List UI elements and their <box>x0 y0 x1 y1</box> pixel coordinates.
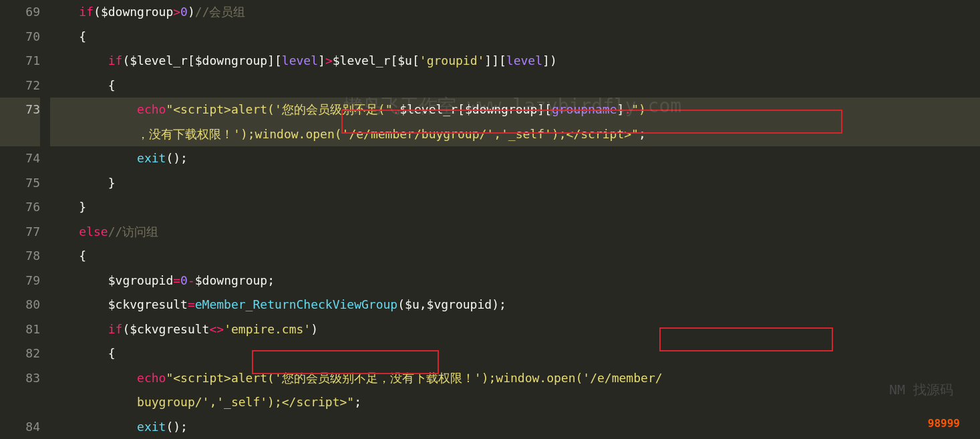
line-number-wrap <box>0 390 40 415</box>
code-line[interactable]: exit(); <box>50 415 980 440</box>
line-number: 76 <box>0 195 40 220</box>
line-number: 74 <box>0 146 40 171</box>
line-number: 78 <box>0 244 40 269</box>
line-number: 77 <box>0 220 40 245</box>
code-line[interactable]: $vgroupid=0-$downgroup; <box>50 269 980 293</box>
code-line[interactable]: if($downgroup>0)//会员组 <box>50 0 980 25</box>
line-number: 70 <box>0 25 40 49</box>
line-number: 79 <box>0 269 40 293</box>
code-line[interactable]: echo"<script>alert('您的会员级别不足，没有下载权限！');w… <box>50 366 980 391</box>
code-line[interactable]: echo"<script>alert('您的会员级别不足(".$level_r[… <box>50 98 980 122</box>
line-number: 75 <box>0 171 40 196</box>
code-line[interactable]: if($ckvgresult<>'empire.cms') <box>50 317 980 342</box>
line-number: 72 <box>0 74 40 98</box>
code-line[interactable]: else//访问组 <box>50 220 980 245</box>
code-line[interactable]: } <box>50 195 980 220</box>
line-number: 80 <box>0 293 40 317</box>
code-line[interactable]: if($level_r[$downgroup][level]>$level_r[… <box>50 49 980 74</box>
code-line[interactable]: exit(); <box>50 146 980 171</box>
line-number: 84 <box>0 415 40 440</box>
line-number: 71 <box>0 49 40 74</box>
line-number: 82 <box>0 341 40 366</box>
code-line[interactable]: { <box>50 341 980 366</box>
code-line[interactable]: { <box>50 25 980 49</box>
code-line[interactable]: $ckvgresult=eMember_ReturnCheckViewGroup… <box>50 293 980 317</box>
line-number: 73 <box>0 98 40 122</box>
code-line[interactable]: } <box>50 171 980 196</box>
line-number-wrap <box>0 122 40 147</box>
line-number-gutter: 69 70 71 72 73 74 75 76 77 78 79 80 81 8… <box>0 0 50 439</box>
line-number: 69 <box>0 0 40 25</box>
code-line[interactable]: { <box>50 74 980 98</box>
code-line[interactable]: { <box>50 244 980 269</box>
code-line-wrap[interactable]: ，没有下载权限！');window.open('/e/member/buygro… <box>50 122 980 147</box>
code-line-wrap[interactable]: buygroup/','_self');</script>"; <box>50 390 980 415</box>
line-number: 81 <box>0 317 40 342</box>
code-editor[interactable]: if($downgroup>0)//会员组 { if($level_r[$dow… <box>50 0 980 439</box>
line-number: 83 <box>0 366 40 391</box>
